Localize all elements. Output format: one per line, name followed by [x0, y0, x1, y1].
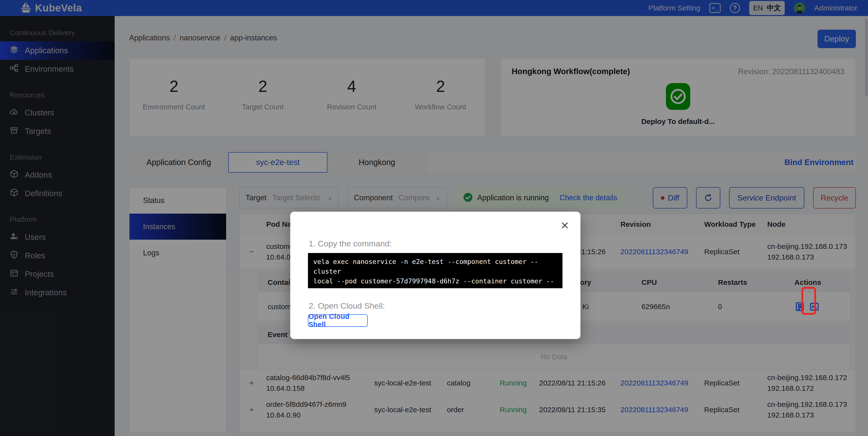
annotation-highlight-box [802, 287, 816, 315]
command-line-2: local --pod customer-57d7997948-d6h7z --… [313, 276, 557, 296]
kubevela-app: KubeVela Platform Setting >_ ? EN 中文 Adm… [0, 0, 868, 436]
modal-step2-label: 2. Open Cloud Shell: [309, 301, 385, 311]
modal-step1-label: 1. Copy the command: [309, 239, 392, 249]
command-line-1: vela exec nanoservice -n e2e-test --comp… [313, 257, 557, 276]
exec-command-code[interactable]: vela exec nanoservice -n e2e-test --comp… [308, 253, 562, 288]
close-icon[interactable]: × [561, 219, 569, 232]
exec-command-modal: × 1. Copy the command: vela exec nanoser… [290, 212, 581, 339]
open-cloud-shell-button[interactable]: Open Cloud Shell [308, 314, 368, 327]
